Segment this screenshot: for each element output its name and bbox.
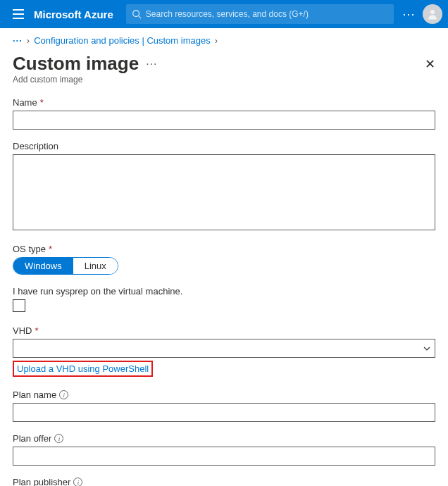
breadcrumb-config-policies[interactable]: Configuration and policies | Custom imag… xyxy=(34,35,211,46)
plan-offer-label: Plan offer xyxy=(13,433,51,444)
hamburger-menu-icon[interactable] xyxy=(13,7,27,21)
vhd-select[interactable] xyxy=(13,339,435,358)
plan-publisher-label: Plan publisher xyxy=(13,477,70,486)
description-label: Description xyxy=(13,141,58,151)
field-sysprep: I have run sysprep on the virtual machin… xyxy=(13,286,435,314)
required-asterisk: * xyxy=(35,325,38,336)
name-label: Name xyxy=(13,97,37,108)
close-icon[interactable]: ✕ xyxy=(425,56,435,72)
global-search[interactable] xyxy=(126,4,394,24)
breadcrumb: ··· › Configuration and policies | Custo… xyxy=(0,28,448,50)
svg-point-2 xyxy=(430,10,435,14)
field-vhd: VHD * xyxy=(13,325,435,358)
field-plan-offer: Plan offer i xyxy=(13,433,435,466)
page-subtitle: Add custom image xyxy=(0,75,448,97)
vhd-label: VHD xyxy=(13,325,32,336)
info-icon[interactable]: i xyxy=(54,434,63,443)
field-ostype: OS type * Windows Linux xyxy=(13,244,435,275)
field-description: Description xyxy=(13,141,435,232)
azure-header: Microsoft Azure ⋯ xyxy=(0,0,448,28)
description-input[interactable] xyxy=(13,154,435,230)
title-bar: Custom image ··· ✕ xyxy=(0,50,448,75)
custom-image-form: Name * Description OS type * Windows Lin… xyxy=(0,97,448,486)
search-input[interactable] xyxy=(146,9,388,19)
field-name: Name * xyxy=(13,97,435,130)
required-asterisk: * xyxy=(40,97,44,108)
brand-label: Microsoft Azure xyxy=(34,8,113,20)
plan-offer-input[interactable] xyxy=(13,447,435,466)
plan-name-label: Plan name xyxy=(13,390,56,400)
svg-line-1 xyxy=(138,16,141,19)
svg-point-0 xyxy=(133,11,139,17)
sysprep-label: I have run sysprep on the virtual machin… xyxy=(13,286,182,297)
more-actions-icon[interactable]: ⋯ xyxy=(402,6,416,22)
sysprep-checkbox[interactable] xyxy=(13,299,25,312)
field-plan-publisher: Plan publisher i xyxy=(13,477,435,486)
page-title: Custom image xyxy=(13,53,139,75)
chevron-right-icon: › xyxy=(27,35,30,46)
ostype-linux-option[interactable]: Linux xyxy=(73,258,118,274)
person-icon xyxy=(426,8,439,20)
ostype-label: OS type xyxy=(13,244,46,254)
header-actions: ⋯ xyxy=(402,4,442,24)
user-avatar[interactable] xyxy=(423,4,442,24)
ostype-toggle: Windows Linux xyxy=(13,257,118,275)
upload-vhd-link-highlight: Upload a VHD using PowerShell xyxy=(13,361,153,377)
required-asterisk: * xyxy=(49,244,52,254)
upload-vhd-link[interactable]: Upload a VHD using PowerShell xyxy=(17,363,149,374)
name-input[interactable] xyxy=(13,111,435,130)
chevron-right-icon: › xyxy=(215,35,218,46)
title-more-icon[interactable]: ··· xyxy=(146,58,157,70)
breadcrumb-ellipsis[interactable]: ··· xyxy=(13,35,23,46)
info-icon[interactable]: i xyxy=(73,478,82,486)
info-icon[interactable]: i xyxy=(59,390,68,399)
search-icon xyxy=(132,9,142,19)
field-plan-name: Plan name i xyxy=(13,390,435,422)
plan-name-input[interactable] xyxy=(13,403,435,422)
ostype-windows-option[interactable]: Windows xyxy=(13,258,73,274)
